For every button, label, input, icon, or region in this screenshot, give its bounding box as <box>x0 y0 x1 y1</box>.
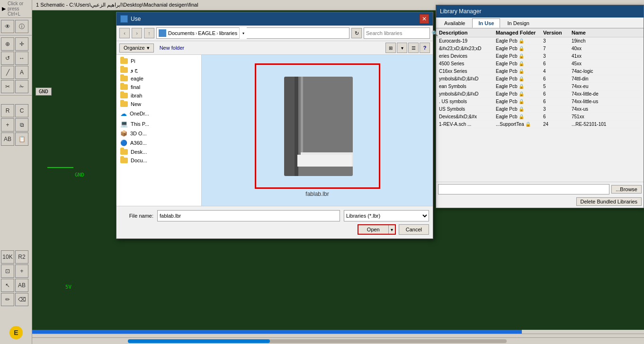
select-icon[interactable]: ⊕ <box>1 37 14 51</box>
breadcrumb-documents[interactable]: Documents <box>168 30 195 36</box>
a360-icon: 🔵 <box>120 140 127 146</box>
nav-item-new[interactable]: New <box>116 100 201 108</box>
col-description: Description <box>438 29 495 36</box>
delete-bundled-button[interactable]: Delete Bundled Libraries <box>576 197 642 206</box>
move-icon[interactable]: ✛ <box>15 37 28 51</box>
eraser-icon[interactable]: ⌫ <box>15 293 28 306</box>
mirror-icon[interactable]: ↔ <box>15 52 28 65</box>
lib-table-row[interactable]: Devices&#xD;&#xEagle Pcb 🔒6751xx <box>436 113 644 121</box>
pointer-icon[interactable]: ↖ <box>1 279 14 292</box>
label-icon[interactable]: A <box>15 66 28 79</box>
lib-table-cell: 7 <box>542 45 571 52</box>
5v-label: 5V <box>65 284 72 290</box>
lib-table-cell: ymbols&#xD;&#xD <box>438 76 495 82</box>
nav-item-thispc[interactable]: 💻 This P... <box>116 119 201 129</box>
resistor-icon[interactable]: R <box>1 104 14 117</box>
tab-available[interactable]: Available <box>438 18 471 28</box>
lib-table-cell: . US symbols <box>438 98 495 105</box>
capacitor-icon[interactable]: C <box>15 104 28 117</box>
nav-item-ibrah[interactable]: ibrah <box>116 91 201 100</box>
lib-table-row[interactable]: &#x23;xD;&#x23;xDEagle Pcb 🔒740xx <box>436 45 644 53</box>
cancel-button[interactable]: Cancel <box>399 224 429 235</box>
lib-table-row[interactable]: ymbols&#xD;&#xDEagle Pcb 🔒674ttl-din <box>436 75 644 83</box>
open-button-group: Open ▾ <box>358 224 396 235</box>
lib-table-row[interactable]: 1-REV-A.sch ......SupportTea 🔒24...RE-52… <box>436 121 644 128</box>
progress-bar <box>32 330 522 334</box>
tab-in-use[interactable]: In Use <box>472 18 500 28</box>
address-dropdown[interactable]: ▾ <box>239 27 247 39</box>
list-view-button[interactable]: ☰ <box>408 43 419 53</box>
up-button[interactable]: ↑ <box>144 28 154 38</box>
scrollbar-thumb[interactable] <box>128 339 507 343</box>
fit-icon[interactable]: ⊡ <box>1 265 14 278</box>
scrollbar-horizontal[interactable] <box>32 337 644 344</box>
lib-table-row[interactable]: ymbols&#xD;&#xDEagle Pcb 🔒674xx-little-d… <box>436 90 644 98</box>
nav-item-onedrive[interactable]: ☁ OneDr... <box>116 108 201 119</box>
lib-table-row[interactable]: eries DevicesEagle Pcb 🔒341xx <box>436 53 644 60</box>
nav-item-eagle[interactable]: eagle <box>116 74 201 83</box>
search-input[interactable] <box>366 30 431 36</box>
progress-bar-container <box>32 330 644 334</box>
wire-icon[interactable]: ╱ <box>1 66 14 79</box>
lib-table-cell: 6 <box>542 98 571 105</box>
lib-table-cell: 74xx-eu <box>571 83 627 89</box>
nav-item-final[interactable]: final <box>116 83 201 91</box>
text-icon[interactable]: AB <box>1 132 14 146</box>
svg-rect-3 <box>301 77 303 152</box>
copy-icon[interactable]: ⧉ <box>15 118 28 132</box>
lib-table-row[interactable]: C16xx SeriesEagle Pcb 🔒474ac-logic <box>436 68 644 75</box>
breadcrumb-eagle[interactable]: EAGLE <box>198 30 215 36</box>
help-button[interactable]: ? <box>420 43 430 53</box>
lib-table-row[interactable]: 4500 SeriesEagle Pcb 🔒645xx <box>436 60 644 68</box>
toolbar-expand-icon[interactable]: ▶ <box>2 6 6 12</box>
nav-item-a360[interactable]: 🔵 A360... <box>116 138 201 148</box>
hand-icon[interactable]: AB <box>15 279 28 292</box>
refresh-button[interactable]: ↻ <box>351 28 362 38</box>
nav-item-pi[interactable]: Pi <box>116 57 201 65</box>
search-box[interactable]: 🔍 <box>364 27 430 39</box>
nav-item-desktop[interactable]: Desk... <box>116 148 201 156</box>
lib-search-input[interactable] <box>438 184 609 194</box>
info-icon[interactable]: ⓘ <box>15 20 28 33</box>
file-name-row: File name: Libraries (*.lbr) <box>120 210 429 221</box>
close-button[interactable]: ✕ <box>420 14 429 24</box>
organize-button[interactable]: Organize ▾ <box>119 44 154 53</box>
open-dropdown-button[interactable]: ▾ <box>389 225 395 234</box>
browse-button[interactable]: ...Browse <box>611 185 642 194</box>
eye-icon[interactable]: 👁 <box>1 20 14 33</box>
lib-table-row[interactable]: . US symbolsEagle Pcb 🔒674xx-little-us <box>436 98 644 106</box>
lib-table-cell: eries Devices <box>438 53 495 59</box>
zoom-area-icon[interactable]: + <box>15 265 28 278</box>
address-bar[interactable]: Documents › EAGLE › libraries ▾ <box>156 27 349 39</box>
zoom-in-icon[interactable]: 10K <box>1 250 14 264</box>
grid-view-button[interactable]: ⊞ <box>385 43 396 53</box>
file-type-select[interactable]: Libraries (*.lbr) <box>344 210 429 221</box>
paste-icon[interactable]: 📋 <box>15 132 28 146</box>
pen-icon[interactable]: ✏ <box>1 293 14 306</box>
nav-item-documents[interactable]: Docu... <box>116 156 201 165</box>
add-component-icon[interactable]: + <box>1 118 14 132</box>
back-button[interactable]: ‹ <box>119 28 130 38</box>
toolbar-row-6: R C <box>1 104 28 117</box>
rotate-icon[interactable]: ↺ <box>1 52 14 65</box>
lib-table-row[interactable]: US SymbolsEagle Pcb 🔒374xx-us <box>436 106 644 113</box>
toolbar-title-bar: ▶ Click or press Ctrl+L <box>0 0 32 18</box>
file-name-input[interactable] <box>157 210 340 221</box>
tab-in-design[interactable]: In Design <box>501 18 535 28</box>
new-folder-button[interactable]: New folder <box>156 44 188 52</box>
nav-item-arabic[interactable]: ج و <box>116 65 201 74</box>
lib-table-row[interactable]: Eurocards-19Eagle Pcb 🔒319inch <box>436 37 644 45</box>
breadcrumb-libraries[interactable]: libraries <box>219 30 238 36</box>
nav-item-3d[interactable]: 📦 3D O... <box>116 129 201 138</box>
delete-icon[interactable]: ✂ <box>1 80 14 93</box>
open-button[interactable]: Open <box>358 225 389 234</box>
dropdown-view-button[interactable]: ▾ <box>397 43 407 53</box>
zoom-out-icon[interactable]: R2 <box>15 250 28 264</box>
lib-table-row[interactable]: ean SymbolsEagle Pcb 🔒574xx-eu <box>436 83 644 90</box>
cut-icon[interactable]: ✁ <box>15 80 28 93</box>
forward-button[interactable]: › <box>132 28 142 38</box>
toolbar-bottom-section: 10K R2 ⊡ + ↖ AB ✏ ⌫ <box>1 250 28 306</box>
col-version: Version <box>542 29 571 36</box>
folder-icon-eagle <box>120 76 128 81</box>
lib-table-cell: Eagle Pcb 🔒 <box>495 45 542 52</box>
